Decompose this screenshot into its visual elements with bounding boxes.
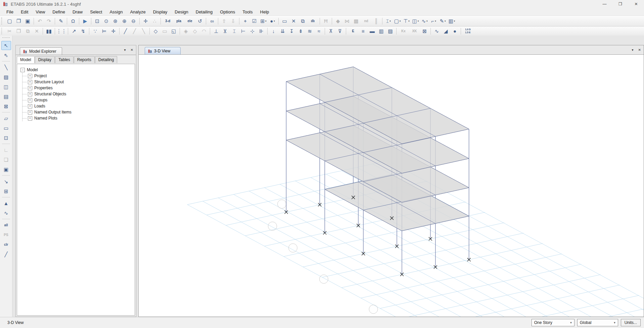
menu-edit[interactable]: Edit: [17, 8, 32, 15]
tree-item-label[interactable]: Properties: [34, 86, 53, 90]
draw-section-pen-button[interactable]: ✎▾: [438, 17, 447, 25]
shrink-objects-button[interactable]: ıllı: [307, 17, 318, 25]
reshape-object-button[interactable]: ⇖: [1, 51, 11, 60]
object-limits-button[interactable]: ⧉: [298, 17, 307, 25]
draw-column-button[interactable]: ◫: [1, 82, 11, 91]
menu-help[interactable]: Help: [257, 8, 273, 15]
show-assign-display-button[interactable]: ⊽: [335, 27, 344, 35]
select-all-objects-button[interactable]: all: [1, 221, 11, 230]
collapse-node-icon[interactable]: −: [20, 68, 25, 72]
select-all-button[interactable]: ☑: [250, 17, 259, 25]
snap-to-grid-button[interactable]: ⊞: [1, 187, 11, 196]
assign-frame-releases-button[interactable]: ⊢: [239, 27, 248, 35]
maximize-button[interactable]: ❐: [612, 0, 628, 8]
model-explorer-tab[interactable]: Model Explorer: [20, 47, 62, 55]
draw-brace-button[interactable]: ⊠: [1, 102, 11, 111]
dropdown-arrow-icon[interactable]: ▾: [389, 20, 391, 22]
expand-node-icon[interactable]: +: [28, 104, 32, 108]
select-pointer-button[interactable]: ↖: [1, 41, 11, 50]
perspective-toggle-button[interactable]: ∞: [208, 17, 217, 25]
3d-model-canvas[interactable]: [139, 55, 644, 317]
assign-area-nonuniform-loads-button[interactable]: ⇟: [296, 27, 305, 35]
menu-define[interactable]: Define: [49, 8, 69, 15]
lock-model-button[interactable]: Ω: [68, 17, 78, 25]
assign-frame-axes-button[interactable]: ⊹: [248, 27, 257, 35]
draw-pen-button[interactable]: ✎: [56, 17, 65, 25]
view-plan-button[interactable]: pla: [173, 17, 184, 25]
close-button[interactable]: ✕: [628, 0, 644, 8]
edge-constraints-button[interactable]: ◱: [169, 27, 178, 35]
expand-node-icon[interactable]: +: [28, 110, 32, 114]
show-links-button[interactable]: ●: [450, 27, 459, 35]
close-panel-icon[interactable]: ✕: [131, 48, 133, 52]
assign-frame-loads-button[interactable]: ⇊: [278, 27, 287, 35]
dropdown-arrow-icon[interactable]: ▾: [454, 20, 455, 22]
select-by-group-button[interactable]: ⊞▾: [259, 17, 268, 25]
expand-node-icon[interactable]: +: [28, 86, 32, 90]
dropdown-arrow-icon[interactable]: ▾: [418, 20, 419, 22]
units-button[interactable]: Units...: [621, 319, 641, 326]
draw-reference-line-button[interactable]: ∿: [1, 208, 11, 218]
edit-stories-grids-button[interactable]: ▮▮: [44, 27, 53, 35]
tree-item-label[interactable]: Named Output Items: [34, 110, 72, 114]
menu-view[interactable]: View: [32, 8, 49, 15]
tree-item-loads[interactable]: +Loads: [28, 103, 133, 109]
tree-item-label[interactable]: Project: [34, 74, 47, 78]
story-display-selector[interactable]: One Story ▾: [532, 319, 574, 326]
dropdown-arrow-icon[interactable]: ▾: [408, 20, 410, 22]
align-joints-button[interactable]: ⋮⋮: [56, 27, 66, 35]
rectangle-select-button[interactable]: ▭: [280, 17, 289, 25]
menu-file[interactable]: File: [3, 8, 17, 15]
assign-joint-restraints-button[interactable]: ⊥: [212, 27, 221, 35]
corner-section-properties-button[interactable]: ⌐▾: [429, 17, 438, 25]
assign-frame-output-stations-button[interactable]: ⊪: [257, 27, 266, 35]
zoom-in-button[interactable]: ⊕: [120, 17, 129, 25]
menu-options[interactable]: Options: [216, 8, 239, 15]
break-at-intersections-button[interactable]: ↯: [79, 27, 88, 35]
hatch-walls-button[interactable]: ▨: [386, 27, 395, 35]
tree-item-named-plots[interactable]: +Named Plots: [28, 115, 133, 121]
new-model-button[interactable]: ▢: [5, 17, 14, 25]
select-by-line-button[interactable]: ╱: [1, 250, 11, 259]
assign-joint-loads-button[interactable]: ↓: [269, 27, 278, 35]
draw-joint-button[interactable]: ╲: [1, 63, 11, 72]
divide-frames-button[interactable]: ↗: [70, 27, 79, 35]
expand-node-icon[interactable]: +: [28, 80, 32, 84]
explorer-tab-display[interactable]: Display: [35, 56, 55, 63]
explorer-tab-detailing[interactable]: Detailing: [95, 56, 118, 63]
analysis-model-button[interactable]: ⊠: [420, 27, 429, 35]
toolbar-grip[interactable]: [2, 37, 10, 39]
boxed-section-properties-button[interactable]: ◫▾: [411, 17, 420, 25]
tree-item-structural-objects[interactable]: +Structural Objects: [28, 91, 133, 97]
tree-item-label[interactable]: Named Plots: [34, 116, 57, 121]
menu-detailing[interactable]: Detailing: [192, 8, 217, 15]
run-analysis-button[interactable]: ▶: [81, 17, 90, 25]
spandrel-labels-button[interactable]: ≡: [359, 27, 368, 35]
toolbar-grip[interactable]: [1, 28, 3, 34]
expand-node-icon[interactable]: +: [28, 98, 32, 102]
join-joints-button[interactable]: ∵: [91, 27, 100, 35]
dropdown-arrow-icon[interactable]: ▾: [426, 20, 428, 22]
pan-view-button[interactable]: ✛: [141, 17, 150, 25]
toolbar-grip[interactable]: [1, 17, 3, 25]
draw-floor-at-click-button[interactable]: ⊡: [1, 133, 11, 142]
show-ramp-button[interactable]: ◢: [441, 27, 450, 35]
dropdown-arrow-icon[interactable]: ▾: [274, 20, 275, 22]
rotate-3d-view-button[interactable]: ↺: [195, 17, 204, 25]
truss-section-properties-button[interactable]: ∿▾: [420, 17, 429, 25]
extend-frames-button[interactable]: ⊨: [100, 27, 109, 35]
show-load-assigns-button[interactable]: ⊼: [326, 27, 335, 35]
draw-frame-button[interactable]: ▨: [1, 73, 11, 82]
previous-zoom-button[interactable]: ⊛: [111, 17, 120, 25]
edit-frame-button[interactable]: ╱: [121, 27, 130, 35]
move-objects-button[interactable]: ✛: [109, 27, 118, 35]
menu-assign[interactable]: Assign: [106, 8, 126, 15]
rubber-band-zoom-button[interactable]: ⊡: [93, 17, 102, 25]
explorer-tab-tables[interactable]: Tables: [55, 56, 74, 63]
open-model-button[interactable]: ❐: [14, 17, 23, 25]
select-object-button[interactable]: ⌖: [241, 17, 250, 25]
collapse-view-icon[interactable]: ▾: [632, 48, 634, 52]
menu-design[interactable]: Design: [171, 8, 192, 15]
assign-temperature-loads-button[interactable]: ≈: [314, 27, 323, 35]
deselect-group-button[interactable]: ●▾: [268, 17, 277, 25]
